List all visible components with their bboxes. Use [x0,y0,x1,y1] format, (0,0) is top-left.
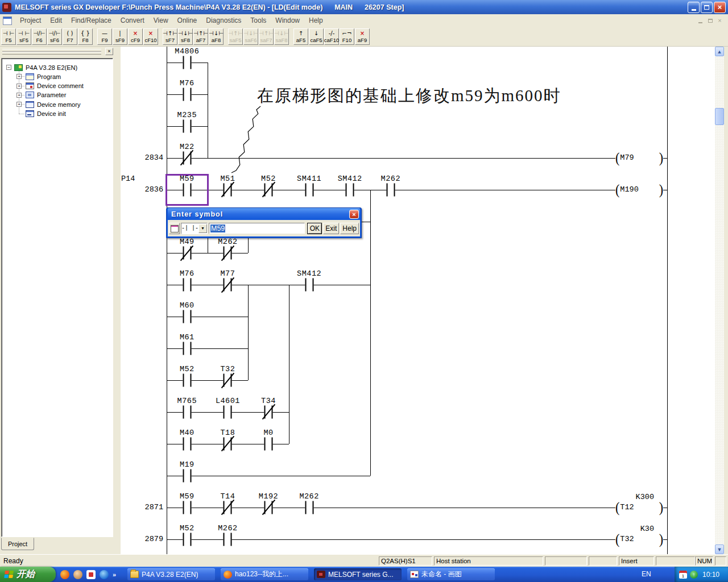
help-button[interactable]: Help [340,223,359,234]
launcher-icon[interactable] [86,570,96,579]
windows-logo-icon [4,571,14,579]
dialog-title: Enter symbol [171,210,349,218]
calendar-tray-icon[interactable]: 1 [679,571,687,579]
status-field-insert: Insert [619,556,654,566]
task-button-paint[interactable]: 未命名 - 画图 [407,568,495,580]
ok-button[interactable]: OK [307,223,322,234]
ie-icon[interactable] [100,570,109,579]
tray-clock: 10:10 [702,571,719,579]
scroll-up-button[interactable]: ▲ [715,47,724,56]
annotation-text: 在原梯形图的基础上修改m59为m600时 [257,85,561,107]
scroll-down-button[interactable]: ▼ [715,544,724,554]
quick-launch-bar [60,570,113,579]
contact-type-dropdown[interactable]: -| |- ▼ [181,223,208,234]
status-field-2 [545,556,587,566]
status-field-5 [656,556,695,566]
language-indicator[interactable]: EN [642,570,651,578]
messenger-icon[interactable] [73,570,82,579]
update-tray-icon[interactable]: ↑ [690,571,698,579]
firefox-icon [224,571,232,579]
task-button-firefox[interactable]: hao123--我的上... [221,568,308,580]
scroll-thumb[interactable] [715,108,724,125]
dialog-title-bar[interactable]: Enter symbol × [168,208,360,220]
symbol-input-value: M59 [210,225,225,232]
status-field-q2as-h-s1: Q2AS(H)S1 [379,556,432,566]
quick-launch-overflow-chevron[interactable]: » [113,571,116,578]
status-bar: Ready Q2AS(H)S1Host stationInsertNUM [0,554,728,567]
task-button-folder[interactable]: P4A V3.28 E2(EN) [127,568,215,580]
dialog-close-button[interactable]: × [349,210,359,219]
enter-symbol-dialog: Enter symbol × -| |- ▼ M59 OK Exit Help [166,207,362,238]
start-label: 开始 [16,568,35,580]
melsoft-icon [317,571,325,578]
system-tray: 1 ↑ 10:10 [675,567,728,582]
device-list-icon [171,225,179,232]
start-button[interactable]: 开始 [0,567,56,582]
dialog-body: -| |- ▼ M59 OK Exit Help [168,220,360,236]
status-field-host-station: Host station [434,556,543,566]
status-field-3 [589,556,617,566]
status-field-num: NUM [695,556,713,566]
symbol-input[interactable]: M59 [209,223,305,234]
chevron-down-icon[interactable]: ▼ [198,224,207,233]
window-frame-edge [724,47,728,554]
paint-icon [410,571,419,578]
vertical-scrollbar[interactable]: ▲ ▼ [715,47,724,554]
taskbar: 开始 » P4A V3.28 E2(EN)hao123--我的上...MELSO… [0,567,728,582]
task-button-melsoft[interactable]: MELSOFT series G... [314,568,402,580]
firefox-icon[interactable] [60,570,69,579]
status-ready: Ready [3,557,23,565]
contact-type-value: -| |- [181,225,198,231]
status-field-7 [715,556,726,566]
exit-button[interactable]: Exit [323,223,339,234]
device-lookup-button[interactable] [169,223,180,234]
folder-icon [130,571,139,578]
